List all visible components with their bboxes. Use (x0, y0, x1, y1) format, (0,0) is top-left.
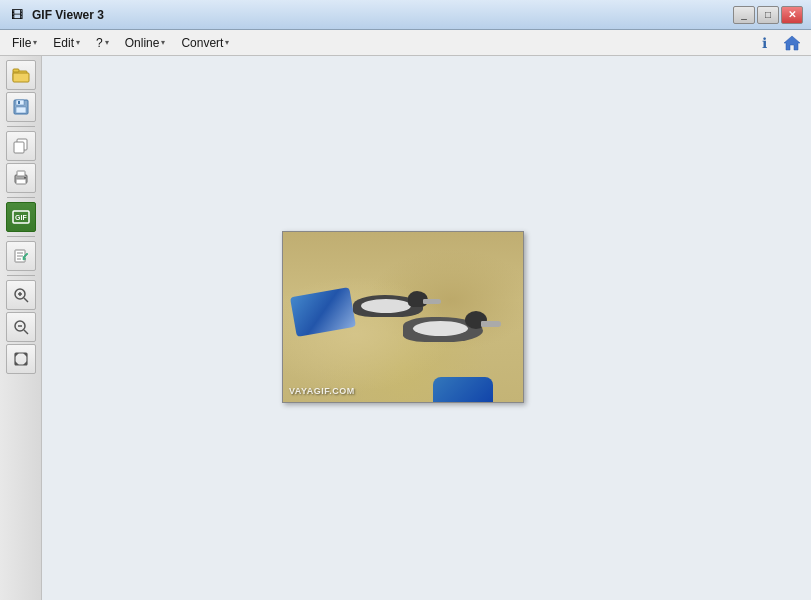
menu-online[interactable]: Online ▾ (117, 34, 174, 52)
bird-2 (403, 307, 503, 347)
svg-rect-13 (24, 177, 26, 179)
zoom-fit-button[interactable] (6, 344, 36, 374)
home-icon[interactable] (781, 32, 803, 54)
svg-marker-0 (784, 36, 800, 50)
sidebar-toolbar: GIF (0, 56, 42, 600)
gif-scene: VAYAGIF.COM (283, 232, 523, 402)
svg-marker-30 (23, 353, 27, 357)
app-icon: 🎞 (8, 6, 26, 24)
content-area: VAYAGIF.COM (42, 56, 811, 600)
svg-marker-29 (15, 353, 19, 357)
title-bar: 🎞 GIF Viewer 3 _ □ ✕ (0, 0, 811, 30)
svg-text:GIF: GIF (15, 214, 27, 221)
menu-file-label: File (12, 36, 31, 50)
gif-view-button[interactable]: GIF (6, 202, 36, 232)
svg-marker-31 (15, 361, 19, 365)
menu-online-label: Online (125, 36, 160, 50)
menu-edit-label: Edit (53, 36, 74, 50)
svg-line-24 (24, 298, 28, 302)
menu-convert-arrow: ▾ (225, 38, 229, 47)
menu-online-arrow: ▾ (161, 38, 165, 47)
menu-edit-arrow: ▾ (76, 38, 80, 47)
print-icon (13, 170, 29, 186)
gif-icon: GIF (12, 210, 30, 224)
menu-convert[interactable]: Convert ▾ (173, 34, 237, 52)
edit-icon (13, 248, 29, 264)
svg-rect-6 (16, 107, 26, 113)
open-button[interactable] (6, 60, 36, 90)
main-layout: GIF (0, 56, 811, 600)
edit-button[interactable] (6, 241, 36, 271)
save-icon (13, 99, 29, 115)
svg-rect-11 (17, 171, 25, 176)
menu-help[interactable]: ? ▾ (88, 34, 117, 52)
menu-help-arrow: ▾ (105, 38, 109, 47)
gif-watermark: VAYAGIF.COM (289, 386, 355, 396)
zoom-in-icon (13, 287, 29, 303)
header-right-icons: ℹ (753, 32, 807, 54)
copy-button[interactable] (6, 131, 36, 161)
svg-line-27 (24, 330, 28, 334)
svg-rect-7 (18, 101, 20, 104)
svg-marker-32 (23, 361, 27, 365)
separator-2 (7, 197, 35, 198)
print-button[interactable] (6, 163, 36, 193)
zoom-out-icon (13, 319, 29, 335)
copy-icon (13, 138, 29, 154)
app-title: GIF Viewer 3 (32, 8, 733, 22)
bird-2-beak (481, 321, 501, 327)
menu-file[interactable]: File ▾ (4, 34, 45, 52)
bird-2-white (413, 321, 468, 336)
zoom-out-button[interactable] (6, 312, 36, 342)
zoom-in-button[interactable] (6, 280, 36, 310)
bird-1-beak (423, 299, 441, 304)
menu-bar: File ▾ Edit ▾ ? ▾ Online ▾ Convert ▾ ℹ (0, 30, 811, 56)
separator-4 (7, 275, 35, 276)
zoom-fit-icon (13, 351, 29, 367)
menu-convert-label: Convert (181, 36, 223, 50)
svg-rect-12 (16, 179, 26, 184)
separator-1 (7, 126, 35, 127)
maximize-button[interactable]: □ (757, 6, 779, 24)
svg-rect-9 (14, 142, 24, 153)
gif-image: VAYAGIF.COM (283, 232, 523, 402)
window-controls: _ □ ✕ (733, 6, 803, 24)
save-button[interactable] (6, 92, 36, 122)
svg-rect-2 (13, 73, 29, 82)
blue-bottom (433, 377, 493, 402)
menu-edit[interactable]: Edit ▾ (45, 34, 88, 52)
close-button[interactable]: ✕ (781, 6, 803, 24)
open-icon (12, 67, 30, 83)
separator-3 (7, 236, 35, 237)
svg-rect-3 (13, 69, 19, 72)
menu-help-label: ? (96, 36, 103, 50)
gif-container: VAYAGIF.COM (282, 231, 524, 403)
info-icon[interactable]: ℹ (753, 32, 775, 54)
home-svg (783, 34, 801, 52)
menu-file-arrow: ▾ (33, 38, 37, 47)
minimize-button[interactable]: _ (733, 6, 755, 24)
